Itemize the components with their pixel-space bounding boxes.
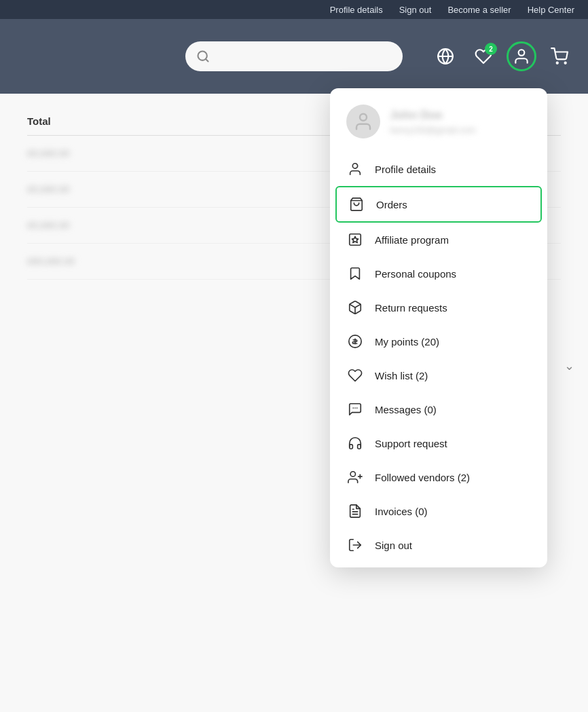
svg-line-1 bbox=[206, 59, 208, 62]
menu-messages-label: Messages (0) bbox=[375, 404, 437, 415]
menu-affiliate-label: Affiliate program bbox=[375, 234, 449, 246]
menu-return-requests[interactable]: Return requests bbox=[330, 291, 547, 324]
menu-followed-vendors-label: Followed vendors (2) bbox=[375, 472, 470, 483]
dollar-circle-icon bbox=[346, 333, 364, 350]
profile-details-link[interactable]: Profile details bbox=[330, 5, 383, 15]
menu-support[interactable]: Support request bbox=[330, 426, 547, 460]
become-seller-link[interactable]: Become a seller bbox=[447, 5, 511, 15]
row-total-1: ##,###.## bbox=[27, 148, 69, 159]
menu-sign-out[interactable]: Sign out bbox=[330, 528, 547, 562]
heart-icon bbox=[346, 367, 364, 384]
sign-out-icon bbox=[346, 536, 364, 554]
account-dropdown: John Doe henry100@gmail.com Profile deta… bbox=[330, 88, 547, 567]
menu-wishlist-label: Wish list (2) bbox=[375, 370, 428, 381]
person-add-icon bbox=[346, 468, 364, 486]
wishlist-badge: 2 bbox=[485, 43, 497, 55]
invoice-icon bbox=[346, 502, 364, 520]
menu-wishlist[interactable]: Wish list (2) bbox=[330, 358, 547, 392]
menu-profile-details[interactable]: Profile details bbox=[330, 152, 547, 186]
svg-marker-11 bbox=[352, 236, 358, 242]
menu-return-requests-label: Return requests bbox=[375, 302, 447, 314]
cart-button[interactable] bbox=[545, 41, 574, 71]
menu-support-label: Support request bbox=[375, 438, 447, 449]
wishlist-button[interactable]: 2 bbox=[468, 41, 498, 71]
sign-out-top-link[interactable]: Sign out bbox=[399, 5, 432, 15]
menu-invoices[interactable]: Invoices (0) bbox=[330, 494, 547, 528]
chevron-down-icon: ⌄ bbox=[564, 358, 574, 373]
menu-invoices-label: Invoices (0) bbox=[375, 506, 428, 517]
svg-point-8 bbox=[352, 164, 357, 168]
menu-personal-coupons[interactable]: Personal coupons bbox=[330, 257, 547, 291]
box-icon bbox=[346, 299, 364, 316]
svg-point-5 bbox=[557, 62, 558, 64]
user-header: John Doe henry100@gmail.com bbox=[330, 88, 547, 152]
menu-my-points-label: My points (20) bbox=[375, 336, 439, 348]
top-nav: Profile details Sign out Become a seller… bbox=[0, 0, 588, 19]
row-total-4: ###,###.## bbox=[27, 256, 75, 267]
menu-followed-vendors[interactable]: Followed vendors (2) bbox=[330, 460, 547, 494]
search-icon bbox=[196, 50, 210, 63]
svg-point-6 bbox=[565, 62, 566, 64]
search-bar[interactable] bbox=[185, 41, 403, 71]
headset-icon bbox=[346, 434, 364, 452]
user-email: henry100@gmail.com bbox=[390, 125, 476, 135]
menu-personal-coupons-label: Personal coupons bbox=[375, 268, 456, 280]
menu-sign-out-label: Sign out bbox=[375, 540, 412, 551]
chat-icon bbox=[346, 400, 364, 418]
menu-my-points[interactable]: My points (20) bbox=[330, 324, 547, 358]
row-total-2: ##,###.## bbox=[27, 184, 69, 195]
help-center-link[interactable]: Help Center bbox=[528, 5, 574, 15]
header-icons: 2 bbox=[430, 41, 574, 71]
person-icon bbox=[346, 160, 364, 178]
bookmark-icon bbox=[346, 265, 364, 282]
svg-point-4 bbox=[519, 50, 525, 56]
account-button[interactable] bbox=[507, 41, 536, 71]
header-bar: 2 bbox=[0, 19, 588, 94]
globe-button[interactable] bbox=[430, 41, 460, 71]
svg-rect-10 bbox=[350, 234, 361, 246]
user-name: John Doe bbox=[390, 109, 476, 122]
menu-affiliate[interactable]: Affiliate program bbox=[330, 223, 547, 257]
avatar bbox=[346, 105, 380, 138]
menu-messages[interactable]: Messages (0) bbox=[330, 392, 547, 426]
svg-point-7 bbox=[360, 114, 367, 121]
svg-point-18 bbox=[350, 472, 355, 476]
user-info: John Doe henry100@gmail.com bbox=[390, 109, 476, 135]
menu-orders[interactable]: Orders bbox=[335, 186, 542, 223]
menu-orders-label: Orders bbox=[376, 199, 407, 210]
menu-profile-details-label: Profile details bbox=[375, 164, 436, 175]
row-total-3: ##,###.## bbox=[27, 220, 69, 231]
star-box-icon bbox=[346, 231, 364, 248]
shopping-bag-icon bbox=[348, 195, 365, 213]
